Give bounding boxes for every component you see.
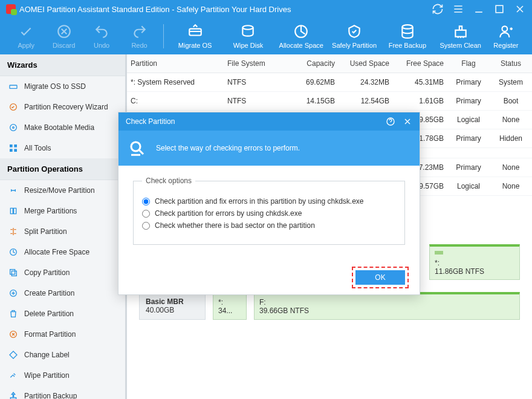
sidebar-item-all-tools[interactable]: All Tools [0,138,125,158]
app-logo-icon [6,4,16,14]
svg-point-3 [243,25,253,30]
check-partition-dialog: Check Partition Select the way of checki… [118,112,420,295]
sidebar-item-label[interactable]: Change Label [0,345,125,365]
svg-point-10 [10,125,17,131]
maximize-icon[interactable] [493,3,505,15]
table-row[interactable]: C:NTFS14.15GB12.54GB1.61GBPrimaryBoot [127,92,532,111]
sidebar: Wizards Migrate OS to SSD Partition Reco… [0,54,127,399]
partition-block[interactable]: F: 39.66GB NTFS [254,292,520,320]
ok-highlight: OK [352,267,409,288]
sidebar-item-recovery[interactable]: Partition Recovery Wizard [0,97,125,117]
sidebar-item-resize[interactable]: Resize/Move Partition [0,180,125,201]
close-icon[interactable] [514,3,526,15]
svg-rect-6 [455,30,465,37]
sidebar-item-bootable[interactable]: Make Bootable Media [0,117,125,138]
sidebar-item-copy[interactable]: Copy Partition [0,262,125,283]
redo-button[interactable]: Redo [120,18,158,54]
svg-rect-13 [14,144,17,148]
svg-rect-17 [11,271,16,276]
migrate-os-button[interactable]: Migrate OS [169,18,222,54]
check-options-group: Check options Check partition and fix er… [133,177,405,245]
svg-point-5 [402,25,412,29]
ops-header: Partition Operations [0,158,125,180]
dialog-close-icon[interactable] [403,117,412,126]
discard-button[interactable]: Discard [45,18,82,54]
svg-point-11 [13,127,15,129]
svg-point-7 [502,26,507,31]
radio-bad-sector[interactable] [142,222,150,230]
sidebar-item-delete[interactable]: Delete Partition [0,303,125,324]
svg-rect-14 [10,149,13,152]
register-button[interactable]: Register [487,18,525,54]
svg-rect-2 [189,29,201,36]
system-clean-button[interactable]: System Clean [434,18,487,54]
wizards-header: Wizards [0,54,125,76]
option-fix-errors[interactable]: Check partition and fix errors in this p… [142,197,396,206]
main-toolbar: Apply Discard Undo Redo Migrate OS Wipe … [0,18,532,54]
sidebar-item-wipe[interactable]: Wipe Partition [0,365,125,386]
window-title: AOMEI Partition Assistant Standard Editi… [19,5,291,14]
radio-check-errors[interactable] [142,210,150,218]
free-backup-button[interactable]: Free Backup [381,18,434,54]
sidebar-item-migrate-ssd[interactable]: Migrate OS to SSD [0,76,125,97]
svg-rect-8 [10,85,17,88]
radio-fix-errors[interactable] [142,198,150,206]
table-row[interactable]: *: System ReservedNTFS69.62MB24.32MB45.3… [127,73,532,92]
svg-rect-12 [10,144,13,148]
dialog-titlebar: Check Partition [118,112,420,131]
sidebar-item-allocate[interactable]: Allocate Free Space [0,242,125,262]
undo-button[interactable]: Undo [83,18,120,54]
disk-info[interactable]: Basic MBR 40.00GB [139,292,206,320]
safely-partition-button[interactable]: Safely Partition [328,18,381,54]
refresh-icon[interactable] [432,3,444,15]
wipe-disk-button[interactable]: Wipe Disk [222,18,275,54]
sidebar-item-create[interactable]: Create Partition [0,283,125,303]
magnifier-icon [128,139,146,157]
sidebar-item-backup[interactable]: Partition Backup [0,386,125,399]
sidebar-item-merge[interactable]: Merge Partitions [0,201,125,221]
dialog-banner: Select the way of checking errors to per… [118,131,420,166]
sidebar-item-format[interactable]: Format Partition [0,324,125,345]
partition-block[interactable]: *: 11.86GB NTFS [429,244,520,280]
option-bad-sector[interactable]: Check whether there is bad sector on the… [142,221,396,230]
minimize-icon[interactable] [473,3,485,15]
svg-point-23 [131,142,140,151]
titlebar: AOMEI Partition Assistant Standard Editi… [0,0,532,18]
help-icon[interactable] [386,117,395,126]
table-header: Partition File System Capacity Used Spac… [127,54,532,73]
sidebar-item-split[interactable]: Split Partition [0,221,125,242]
option-check-errors[interactable]: Check partition for errors by using chkd… [142,209,396,218]
ok-button[interactable]: OK [355,270,405,285]
partition-block[interactable]: *: 34... [213,292,247,320]
svg-rect-18 [10,270,15,274]
menu-icon[interactable] [452,3,464,15]
svg-rect-15 [14,149,17,152]
apply-button[interactable]: Apply [7,18,45,54]
svg-rect-0 [496,5,503,13]
allocate-space-button[interactable]: Allocate Space [274,18,328,54]
